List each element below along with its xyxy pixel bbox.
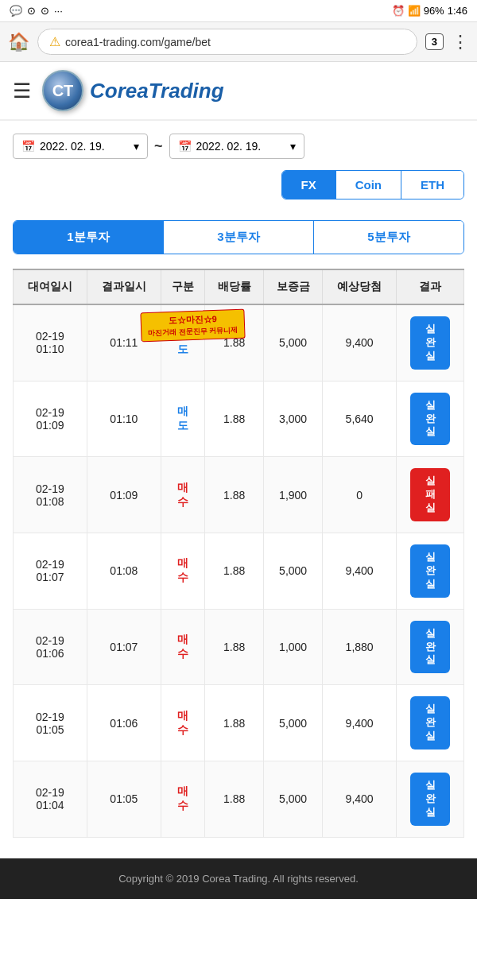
data-table: 대여일시 결과일시 구분 배당률 보증금 예상당첨 결과 02-1901:10 … <box>13 269 464 838</box>
result-date-cell: 01:10 <box>87 381 161 457</box>
url-bar[interactable]: ⚠ corea1-trading.com/game/bet <box>37 29 417 55</box>
rental-date-cell: 02-1901:06 <box>14 609 87 685</box>
table-row: 02-1901:09 01:10 매도 1.88 3,000 5,640 실완실 <box>14 381 464 457</box>
talk-icon: 💬 <box>10 5 22 17</box>
guarantee-cell: 3,000 <box>264 381 323 457</box>
tab-eth[interactable]: ETH <box>401 171 463 199</box>
rental-date-cell: 02-1901:09 <box>14 381 87 457</box>
browser-bar: 🏠 ⚠ corea1-trading.com/game/bet 3 ⋮ <box>0 21 477 62</box>
main-content: 📅 2022. 02. 19. ▾ ~ 📅 2022. 02. 19. ▾ FX… <box>0 121 477 850</box>
site-footer: Copyright © 2019 Corea Trading. All righ… <box>0 858 477 899</box>
type-cell: 매수 <box>161 533 204 610</box>
guarantee-cell: 1,900 <box>264 457 323 533</box>
logo-initials: CT <box>52 82 74 100</box>
app-icon-2: ⊙ <box>41 5 49 17</box>
expected-cell: 0 <box>323 457 397 533</box>
start-date-select[interactable]: 📅 2022. 02. 19. ▾ <box>13 134 148 159</box>
invest-tab-5min[interactable]: 5분투자 <box>314 221 463 254</box>
warning-icon: ⚠ <box>49 34 60 49</box>
col-result-date: 결과일시 <box>87 269 161 304</box>
table-row: 02-1901:06 01:07 매수 1.88 1,000 1,880 실완실 <box>14 609 464 685</box>
type-cell: 매수 <box>161 457 204 533</box>
guarantee-cell: 5,000 <box>264 685 323 761</box>
table-row: 02-1901:07 01:08 매수 1.88 5,000 9,400 실완실 <box>14 533 464 610</box>
battery-text: 96% <box>424 5 444 17</box>
status-bar: 💬 ⊙ ⊙ ··· ⏰ 📶 96% 1:46 <box>0 0 477 21</box>
alarm-icon: ⏰ <box>392 5 405 17</box>
start-date-chevron: ▾ <box>134 140 139 153</box>
expected-cell: 9,400 <box>323 304 397 381</box>
guarantee-cell: 5,000 <box>264 533 323 610</box>
wifi-icon: 📶 <box>408 5 421 17</box>
result-date-cell: 01:05 <box>87 761 161 838</box>
expected-cell: 1,880 <box>323 609 397 685</box>
invest-tab-group: 1분투자 3분투자 5분투자 <box>13 220 464 254</box>
expected-cell: 9,400 <box>323 685 397 761</box>
url-text: corea1-trading.com/game/bet <box>65 36 211 48</box>
result-date-cell: 01:07 <box>87 609 161 685</box>
guarantee-cell: 1,000 <box>264 609 323 685</box>
type-cell: 매수 <box>161 685 204 761</box>
result-cell[interactable]: 실완실 <box>397 304 464 381</box>
type-cell: 매수 <box>161 609 204 685</box>
result-cell[interactable]: 실완실 <box>397 685 464 761</box>
overlay-banner: 도☆마진☆9마진거래 전문진무 커뮤니제 <box>140 309 245 343</box>
expected-cell: 5,640 <box>323 381 397 457</box>
home-icon[interactable]: 🏠 <box>8 32 29 52</box>
rental-date-cell: 02-1901:08 <box>14 457 87 533</box>
expected-cell: 9,400 <box>323 761 397 838</box>
hamburger-menu-icon[interactable]: ☰ <box>13 79 31 103</box>
status-left-icons: 💬 ⊙ ⊙ ··· <box>10 5 63 17</box>
result-cell[interactable]: 실완실 <box>397 609 464 685</box>
dividend-cell: 1.88 <box>205 609 264 685</box>
logo-corea: Corea <box>90 79 149 103</box>
calendar-icon: 📅 <box>21 140 35 153</box>
start-date-text: 2022. 02. 19. <box>40 140 105 153</box>
result-cell[interactable]: 실완실 <box>397 381 464 457</box>
dividend-cell: 1.88 <box>205 533 264 610</box>
dividend-cell: 1.88 <box>205 381 264 457</box>
type-cell: 매도 <box>161 381 204 457</box>
logo-trading: Trading <box>149 79 224 103</box>
browser-menu-icon[interactable]: ⋮ <box>452 32 469 52</box>
end-date-chevron: ▾ <box>290 140 296 153</box>
col-dividend: 배당률 <box>205 269 264 304</box>
dividend-cell: 1.88 <box>205 761 264 838</box>
table-header-row: 대여일시 결과일시 구분 배당률 보증금 예상당첨 결과 <box>14 269 464 304</box>
col-expected: 예상당첨 <box>323 269 397 304</box>
rental-date-cell: 02-1901:07 <box>14 533 87 610</box>
logo-text: CoreaTrading <box>90 79 224 103</box>
dividend-cell: 1.88 <box>205 685 264 761</box>
table-row: 02-1901:08 01:09 매수 1.88 1,900 0 실패실 <box>14 457 464 533</box>
result-cell[interactable]: 실패실 <box>397 457 464 533</box>
table-row: 02-1901:05 01:06 매수 1.88 5,000 9,400 실완실 <box>14 685 464 761</box>
invest-tab-1min[interactable]: 1분투자 <box>14 221 164 254</box>
result-date-cell: 01:08 <box>87 533 161 610</box>
result-date-cell: 01:09 <box>87 457 161 533</box>
end-date-text: 2022. 02. 19. <box>196 140 262 153</box>
logo-circle: CT <box>42 70 83 111</box>
app-icon-1: ⊙ <box>27 5 36 17</box>
calendar-icon-2: 📅 <box>178 140 192 153</box>
col-rental-date: 대여일시 <box>14 269 87 304</box>
col-guarantee: 보증금 <box>264 269 323 304</box>
guarantee-cell: 5,000 <box>264 304 323 381</box>
status-right-info: ⏰ 📶 96% 1:46 <box>392 5 467 17</box>
dividend-cell: 1.88 <box>205 457 264 533</box>
tilde-separator: ~ <box>154 138 163 155</box>
type-cell: 매도 도☆마진☆9마진거래 전문진무 커뮤니제 <box>161 304 204 381</box>
invest-tab-3min[interactable]: 3분투자 <box>164 221 314 254</box>
tab-coin[interactable]: Coin <box>336 171 401 199</box>
type-cell: 매수 <box>161 761 204 838</box>
tab-fx[interactable]: FX <box>282 171 336 199</box>
rental-date-cell: 02-1901:10 <box>14 304 87 381</box>
result-cell[interactable]: 실완실 <box>397 761 464 838</box>
end-date-select[interactable]: 📅 2022. 02. 19. ▾ <box>169 134 304 159</box>
more-icon: ··· <box>54 5 63 17</box>
logo-area: CT CoreaTrading <box>42 70 224 111</box>
tab-count[interactable]: 3 <box>425 33 444 50</box>
result-cell[interactable]: 실완실 <box>397 533 464 610</box>
rental-date-cell: 02-1901:04 <box>14 761 87 838</box>
rental-date-cell: 02-1901:05 <box>14 685 87 761</box>
table-row: 02-1901:10 01:11 매도 도☆마진☆9마진거래 전문진무 커뮤니제… <box>14 304 464 381</box>
